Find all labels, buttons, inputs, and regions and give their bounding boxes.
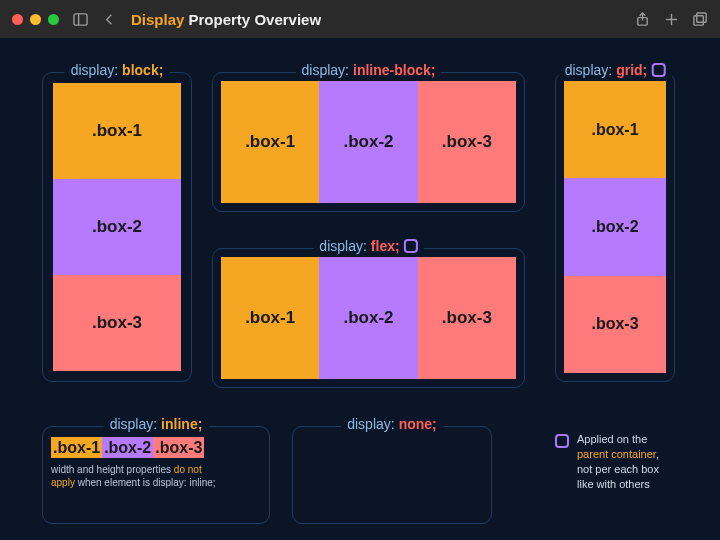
parent-indicator-icon: [651, 63, 665, 77]
share-icon[interactable]: [635, 12, 650, 27]
demo-box: .box-3: [53, 275, 181, 371]
panel-label: display: flex;: [313, 238, 423, 254]
panel-label: display: grid;: [559, 62, 672, 78]
demo-inline-box: .box-2: [102, 437, 153, 458]
demo-box: .box-3: [564, 276, 666, 373]
demo-inline-box: .box-1: [51, 437, 102, 458]
demo-box: .box-2: [53, 179, 181, 275]
tabs-icon[interactable]: [693, 12, 708, 27]
svg-rect-6: [694, 15, 703, 24]
parent-indicator-icon: [555, 434, 569, 448]
svg-rect-5: [697, 12, 706, 21]
back-icon[interactable]: [102, 12, 117, 27]
panel-display-inline: display: inline; .box-1.box-2.box-3 widt…: [42, 426, 270, 524]
minimize-icon[interactable]: [30, 14, 41, 25]
window-controls: [12, 14, 59, 25]
sidebar-toggle-icon[interactable]: [73, 12, 88, 27]
demo-box: .box-1: [564, 81, 666, 178]
panel-display-block: display: block; .box-1 .box-2 .box-3: [42, 72, 192, 382]
close-icon[interactable]: [12, 14, 23, 25]
panel-label: display: none;: [341, 416, 443, 432]
svg-rect-0: [74, 13, 87, 24]
demo-box: .box-2: [564, 178, 666, 275]
panel-label: display: inline-block;: [296, 62, 442, 78]
parent-indicator-icon: [404, 239, 418, 253]
panel-label: display: inline;: [104, 416, 209, 432]
window-title: Display Property Overview: [131, 11, 321, 28]
demo-box: .box-1: [53, 83, 181, 179]
panel-display-inline-block: display: inline-block; .box-1 .box-2 .bo…: [212, 72, 525, 212]
demo-inline-box: .box-3: [153, 437, 204, 458]
demo-box: .box-2: [319, 257, 417, 379]
demo-box: .box-1: [221, 81, 319, 203]
demo-box: .box-1: [221, 257, 319, 379]
panel-display-flex: display: flex; .box-1 .box-2 .box-3: [212, 248, 525, 388]
panel-display-none: display: none;: [292, 426, 492, 524]
legend-parent-indicator: Applied on the parent container, not per…: [555, 432, 700, 491]
inline-note: width and height properties do not apply…: [51, 463, 261, 489]
demo-box: .box-3: [418, 257, 516, 379]
panel-display-grid: display: grid; .box-1 .box-2 .box-3: [555, 72, 675, 382]
fullscreen-icon[interactable]: [48, 14, 59, 25]
demo-box: .box-2: [319, 81, 417, 203]
add-icon[interactable]: [664, 12, 679, 27]
titlebar: Display Property Overview: [0, 0, 720, 38]
content-canvas: display: block; .box-1 .box-2 .box-3 dis…: [0, 38, 720, 540]
demo-box: .box-3: [418, 81, 516, 203]
inline-demo-line: .box-1.box-2.box-3: [51, 439, 261, 457]
panel-label: display: block;: [65, 62, 170, 78]
